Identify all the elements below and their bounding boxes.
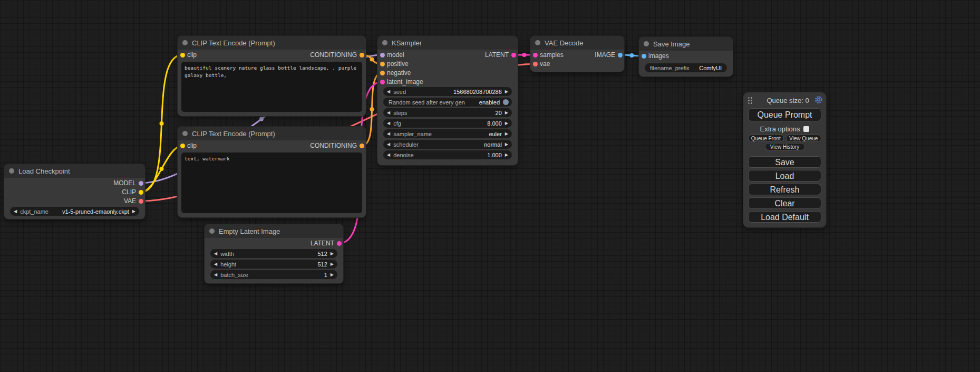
increment-arrow-icon[interactable]: ▶	[505, 129, 508, 138]
conditioning-output-dot[interactable]	[360, 144, 364, 148]
node-clip-text-encode-positive[interactable]: CLIP Text Encode (Prompt) clip CONDITION…	[178, 36, 366, 116]
batch-size-widget[interactable]: ◀ batch_size 1 ▶	[210, 270, 337, 279]
latent-input-dot[interactable]	[533, 53, 538, 58]
latent-output-dot[interactable]	[337, 241, 342, 246]
slot-label: LATENT	[485, 51, 509, 59]
image-output-dot[interactable]	[618, 53, 623, 58]
clip-output-dot[interactable]	[139, 190, 143, 195]
collapse-dot-icon[interactable]	[209, 228, 215, 234]
vae-input-dot[interactable]	[533, 62, 538, 66]
collapse-dot-icon[interactable]	[535, 40, 540, 45]
vae-output-dot[interactable]	[139, 199, 143, 204]
view-queue-button[interactable]: View Queue	[786, 135, 822, 142]
cfg-widget[interactable]: ◀ cfg 8.000 ▶	[383, 119, 512, 128]
output-slot-conditioning: CONDITIONING	[310, 51, 366, 59]
slot-label: positive	[387, 60, 409, 68]
widget-value: 20	[496, 110, 502, 116]
latent-output-dot[interactable]	[511, 53, 516, 58]
node-titlebar[interactable]: Load Checkpoint	[4, 164, 145, 178]
graph-canvas[interactable]: Load Checkpoint MODEL CLIP VAE ◀ ckpt_na…	[0, 0, 980, 372]
conditioning-input-dot[interactable]	[380, 62, 385, 66]
extra-options-checkbox[interactable]	[803, 126, 809, 132]
widget-label: ckpt_name	[20, 208, 48, 215]
ckpt-name-widget[interactable]: ◀ ckpt_name v1-5-pruned-emaonly.ckpt ▶	[10, 207, 139, 216]
node-clip-text-encode-negative[interactable]: CLIP Text Encode (Prompt) clip CONDITION…	[178, 127, 366, 217]
increment-arrow-icon[interactable]: ▶	[132, 207, 135, 216]
width-widget[interactable]: ◀ width 512 ▶	[210, 249, 337, 258]
latent-input-dot[interactable]	[380, 80, 385, 84]
decrement-arrow-icon[interactable]: ◀	[14, 207, 17, 216]
node-vae-decode[interactable]: VAE Decode samples IMAGE vae	[530, 36, 624, 72]
load-button[interactable]: Load	[748, 170, 821, 182]
clip-input-dot[interactable]	[180, 144, 185, 148]
node-titlebar[interactable]: Empty Latent Image	[205, 224, 343, 238]
decrement-arrow-icon[interactable]: ◀	[214, 270, 217, 279]
node-ksampler[interactable]: KSampler model LATENT positive negative …	[377, 36, 518, 165]
collapse-dot-icon[interactable]	[182, 40, 188, 45]
increment-arrow-icon[interactable]: ▶	[331, 270, 334, 279]
conditioning-output-dot[interactable]	[360, 53, 364, 58]
scheduler-widget[interactable]: ◀ scheduler normal ▶	[383, 140, 512, 149]
node-titlebar[interactable]: CLIP Text Encode (Prompt)	[178, 36, 366, 50]
collapse-dot-icon[interactable]	[9, 168, 14, 174]
increment-arrow-icon[interactable]: ▶	[505, 108, 508, 117]
denoise-widget[interactable]: ◀ denoise 1.000 ▶	[383, 150, 512, 159]
height-widget[interactable]: ◀ height 512 ▶	[210, 260, 337, 269]
widget-value: 512	[317, 251, 327, 257]
refresh-button[interactable]: Refresh	[748, 184, 821, 195]
increment-arrow-icon[interactable]: ▶	[505, 140, 508, 149]
prompt-textarea[interactable]: beautiful scenery nature glass bottle la…	[181, 62, 362, 112]
random-seed-toggle-widget[interactable]: Random seed after every gen enabled	[383, 98, 512, 107]
widget-label: cfg	[393, 120, 401, 127]
node-titlebar[interactable]: CLIP Text Encode (Prompt)	[178, 127, 366, 140]
image-input-dot[interactable]	[642, 54, 646, 59]
node-save-image[interactable]: Save Image images filename_prefix ComfyU…	[639, 37, 733, 77]
save-button[interactable]: Save	[748, 156, 821, 168]
increment-arrow-icon[interactable]: ▶	[331, 260, 334, 269]
decrement-arrow-icon[interactable]: ◀	[387, 129, 390, 138]
seed-widget[interactable]: ◀ seed 156680208700286 ▶	[383, 87, 512, 96]
prompt-textarea[interactable]: text, watermark	[181, 152, 362, 213]
decrement-arrow-icon[interactable]: ◀	[387, 119, 390, 128]
collapse-dot-icon[interactable]	[182, 131, 188, 136]
increment-arrow-icon[interactable]: ▶	[331, 249, 334, 258]
input-slot-negative: negative	[377, 69, 411, 77]
node-empty-latent-image[interactable]: Empty Latent Image LATENT ◀ width 512 ▶ …	[205, 224, 343, 283]
load-default-button[interactable]: Load Default	[748, 211, 821, 223]
decrement-arrow-icon[interactable]: ◀	[387, 108, 390, 117]
decrement-arrow-icon[interactable]: ◀	[214, 260, 217, 269]
collapse-dot-icon[interactable]	[382, 40, 387, 45]
node-titlebar[interactable]: Save Image	[639, 37, 733, 51]
increment-arrow-icon[interactable]: ▶	[505, 150, 508, 159]
steps-widget[interactable]: ◀ steps 20 ▶	[383, 108, 512, 117]
filename-prefix-widget[interactable]: filename_prefix ComfyUI	[645, 63, 727, 72]
toggle-knob-icon[interactable]	[503, 99, 509, 105]
drag-handle-icon[interactable]	[748, 97, 753, 104]
model-input-dot[interactable]	[380, 53, 385, 58]
increment-arrow-icon[interactable]: ▶	[505, 119, 508, 128]
decrement-arrow-icon[interactable]: ◀	[387, 140, 390, 149]
link-midpoint-dot	[160, 121, 164, 126]
queue-prompt-button[interactable]: Queue Prompt	[748, 108, 821, 121]
clip-input-dot[interactable]	[180, 53, 185, 58]
node-titlebar[interactable]: VAE Decode	[530, 36, 624, 50]
queue-front-button[interactable]: Queue Front	[748, 135, 784, 142]
model-output-dot[interactable]	[139, 181, 143, 186]
view-history-button[interactable]: View History	[765, 143, 805, 150]
widget-label: denoise	[393, 152, 414, 158]
collapse-dot-icon[interactable]	[644, 41, 649, 46]
node-load-checkpoint[interactable]: Load Checkpoint MODEL CLIP VAE ◀ ckpt_na…	[4, 164, 145, 219]
queue-menu-panel: Queue size: 0 Queue Prompt Extra options…	[743, 92, 826, 227]
increment-arrow-icon[interactable]: ▶	[505, 87, 508, 96]
link-midpoint-dot	[370, 107, 374, 111]
conditioning-input-dot[interactable]	[380, 71, 385, 75]
decrement-arrow-icon[interactable]: ◀	[387, 87, 390, 96]
node-titlebar[interactable]: KSampler	[377, 36, 518, 50]
decrement-arrow-icon[interactable]: ◀	[214, 249, 217, 258]
widget-label: Random seed after every gen	[389, 99, 465, 106]
settings-gear-icon[interactable]	[814, 96, 823, 104]
link-midpoint-dot	[522, 53, 527, 57]
decrement-arrow-icon[interactable]: ◀	[387, 150, 390, 159]
clear-button[interactable]: Clear	[748, 197, 821, 209]
sampler-name-widget[interactable]: ◀ sampler_name euler ▶	[383, 129, 512, 138]
